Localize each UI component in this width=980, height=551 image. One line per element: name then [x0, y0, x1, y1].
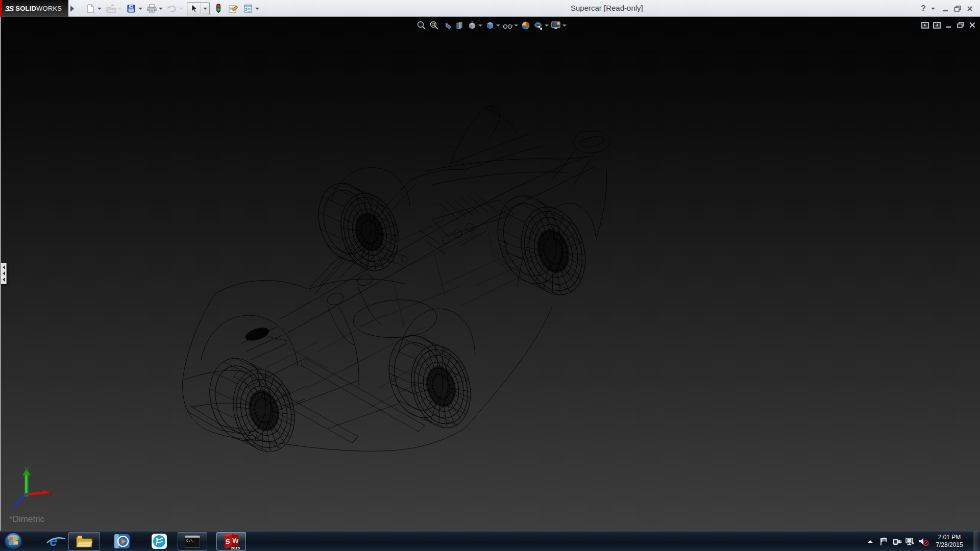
new-document-button[interactable] — [85, 2, 102, 15]
doc-restore-button[interactable] — [954, 20, 966, 30]
open-button[interactable] — [105, 2, 122, 15]
apply-scene-button[interactable] — [533, 20, 549, 31]
internet-explorer-icon: e — [50, 534, 57, 549]
folder-icon — [76, 534, 93, 548]
pane-left-toggle-button[interactable] — [919, 20, 931, 30]
show-desktop-button[interactable] — [973, 531, 980, 551]
minimize-button[interactable] — [939, 3, 951, 14]
zoom-to-fit-button[interactable] — [415, 20, 426, 31]
dropdown-icon[interactable] — [203, 8, 207, 10]
taskbar-item-solidworks[interactable]: S W 2015 — [216, 532, 246, 550]
dropdown-icon[interactable] — [159, 8, 163, 10]
taskbar-item-media-player[interactable] — [111, 532, 133, 550]
rebuild-button[interactable] — [213, 2, 224, 15]
restore-button[interactable] — [951, 3, 964, 14]
orientation-label: *Dimetric — [9, 514, 44, 524]
dropdown-icon[interactable] — [97, 8, 102, 10]
close-button[interactable] — [964, 3, 976, 14]
volume-muted-icon — [918, 537, 929, 546]
minimize-icon — [942, 5, 949, 12]
select-tool-button[interactable] — [187, 2, 210, 15]
dropdown-icon[interactable] — [255, 8, 259, 10]
section-view-icon — [454, 20, 464, 31]
media-player-icon — [114, 533, 130, 549]
doc-close-icon — [969, 21, 976, 29]
menu-expand-icon[interactable] — [70, 6, 74, 12]
undo-button[interactable] — [166, 2, 183, 15]
print-button[interactable] — [146, 2, 163, 15]
start-button[interactable] — [2, 532, 24, 550]
zoom-to-fit-icon — [415, 20, 426, 31]
apply-scene-icon — [533, 20, 544, 31]
action-center-button[interactable] — [877, 531, 890, 551]
window-controls: ? — [917, 2, 976, 15]
save-icon — [126, 3, 137, 14]
dropdown-icon — [118, 8, 122, 10]
brand-mark: 3S — [5, 4, 13, 13]
titlebar: 3S SOLIDWORKS — [0, 0, 980, 17]
chevron-up-icon — [867, 539, 874, 544]
power-button[interactable] — [890, 531, 903, 551]
file-properties-button[interactable] — [228, 2, 239, 15]
open-icon — [105, 3, 116, 14]
hide-show-items-button[interactable] — [502, 20, 518, 31]
document-window-controls — [919, 19, 978, 31]
collapsed-panel-tab[interactable] — [1, 263, 7, 284]
network-button[interactable] — [903, 531, 917, 551]
appearance-ball-icon — [520, 20, 531, 31]
dropdown-icon[interactable] — [496, 24, 500, 27]
dropdown-icon[interactable] — [138, 8, 142, 10]
window-title: Supercar [Read-only] — [571, 4, 643, 12]
volume-button[interactable] — [917, 531, 930, 551]
pane-right-icon — [933, 21, 941, 29]
file-properties-icon — [228, 3, 239, 14]
edit-appearance-button[interactable] — [520, 20, 531, 31]
taskbar-clock[interactable]: 2:01 PM 7/28/2015 — [930, 531, 969, 551]
cmd-prompt-text: C:\_ — [185, 538, 200, 543]
dropdown-icon[interactable] — [514, 24, 518, 27]
svg-text:Y: Y — [24, 467, 29, 473]
windows-start-icon — [4, 532, 23, 551]
dropdown-icon[interactable] — [562, 24, 567, 27]
view-orientation-button[interactable] — [467, 20, 482, 31]
solidworks-window: 3S SOLIDWORKS — [0, 0, 980, 551]
options-button[interactable] — [242, 2, 259, 15]
options-icon — [242, 3, 254, 14]
help-button[interactable]: ? — [917, 3, 929, 14]
network-icon — [905, 537, 915, 546]
taskbar-item-sync-app[interactable] — [148, 532, 170, 550]
help-icon: ? — [921, 4, 926, 13]
help-dropdown-icon[interactable] — [931, 8, 935, 10]
graphics-viewport[interactable]: X Y *Dimetric — [0, 17, 980, 531]
clock-date: 7/28/2015 — [936, 541, 963, 549]
show-hidden-icons-button[interactable] — [864, 531, 877, 551]
taskbar-item-internet-explorer[interactable]: e — [43, 532, 64, 550]
dropdown-icon[interactable] — [478, 24, 482, 27]
zoom-to-area-button[interactable] — [428, 20, 439, 31]
brand-name-light: WORKS — [36, 5, 62, 12]
view-settings-icon — [551, 20, 561, 31]
triad-x-axis: X — [27, 490, 54, 498]
view-orientation-icon — [467, 20, 477, 31]
save-button[interactable] — [126, 2, 142, 15]
clock-time: 2:01 PM — [938, 534, 961, 541]
taskbar: e — [0, 531, 980, 551]
dropdown-icon[interactable] — [545, 24, 549, 27]
pane-right-toggle-button[interactable] — [931, 20, 943, 30]
doc-minimize-button[interactable] — [943, 20, 954, 30]
section-view-button[interactable] — [454, 20, 464, 31]
chevron-left-icon — [3, 278, 5, 282]
view-settings-button[interactable] — [551, 20, 567, 31]
brand-name-bold: SOLID — [15, 5, 36, 12]
previous-view-button[interactable] — [441, 20, 452, 31]
doc-restore-icon — [957, 21, 965, 29]
previous-view-icon — [441, 20, 452, 31]
orientation-triad: X Y — [5, 467, 58, 512]
doc-close-button[interactable] — [966, 20, 978, 30]
display-style-button[interactable] — [484, 20, 500, 31]
eyeglasses-icon — [502, 20, 513, 31]
divider — [201, 3, 201, 14]
taskbar-item-command-prompt[interactable]: C:\_ — [178, 532, 207, 550]
print-icon — [146, 3, 157, 14]
taskbar-item-windows-explorer[interactable] — [68, 532, 100, 550]
